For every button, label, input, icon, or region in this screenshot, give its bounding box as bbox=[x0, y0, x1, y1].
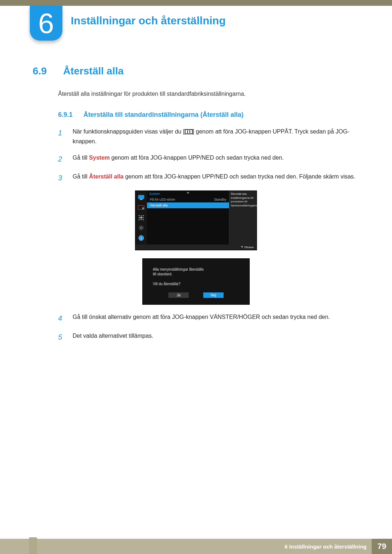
up-arrow-icon bbox=[187, 192, 189, 193]
step-2-keyword: System bbox=[89, 155, 110, 161]
osd-row-reset-all: Återställ alla bbox=[147, 202, 229, 208]
intro-text: Återställ alla inställningar för produkt… bbox=[58, 91, 359, 97]
osd-row-label: Återställ alla bbox=[150, 204, 168, 207]
step-number: 5 bbox=[58, 331, 66, 343]
resize-icon bbox=[138, 215, 144, 221]
step-3a: Gå till bbox=[73, 173, 89, 180]
dialog-line-2: till standard. bbox=[153, 272, 239, 276]
osd-footer: Tillbaka bbox=[135, 245, 257, 250]
subsection-number: 6.9.1 bbox=[58, 111, 76, 119]
subsection-title: Återställa till standardinställningarna … bbox=[83, 111, 244, 119]
osd-header-label: System bbox=[149, 192, 160, 196]
footer-label: 6 Inställningar och återställning bbox=[285, 543, 367, 550]
osd-main-panel: System På för LED-ström Standby Återstäl… bbox=[147, 191, 229, 245]
yes-button: Ja bbox=[168, 292, 189, 298]
svg-point-4 bbox=[140, 227, 142, 229]
osd-row-label: På för LED-ström bbox=[150, 198, 175, 201]
svg-text:i: i bbox=[141, 236, 142, 240]
page-number: 79 bbox=[372, 539, 392, 554]
step-2b: genom att föra JOG-knappen UPP/NED och s… bbox=[110, 155, 283, 161]
osd-filler bbox=[147, 208, 229, 245]
osd-row-led: På för LED-ström Standby bbox=[147, 197, 229, 202]
step-number: 3 bbox=[58, 172, 66, 184]
footer-tab bbox=[29, 537, 37, 554]
step-2a: Gå till bbox=[73, 155, 89, 161]
step-3b: genom att föra JOG-knappen UPP/NED och s… bbox=[124, 173, 356, 180]
step-2: 2 Gå till System genom att föra JOG-knap… bbox=[58, 153, 359, 165]
subsection-heading: 6.9.1 Återställa till standardinställnin… bbox=[58, 111, 359, 119]
chapter-badge: 6 bbox=[30, 6, 62, 41]
step-number: 4 bbox=[58, 312, 66, 324]
section-title: Återställ alla bbox=[63, 65, 124, 77]
footer-bar: 6 Inställningar och återställning bbox=[0, 539, 372, 554]
step-number: 2 bbox=[58, 153, 66, 165]
step-3: 3 Gå till Återställ alla genom att föra … bbox=[58, 172, 359, 184]
confirm-dialog: Alla menyinställningar återställs till s… bbox=[142, 258, 250, 305]
picture-icon bbox=[138, 205, 144, 210]
no-button: Nej bbox=[203, 292, 224, 298]
osd-back-label: Tillbaka bbox=[244, 246, 254, 249]
page-footer: 6 Inställningar och återställning 79 bbox=[0, 539, 392, 554]
step-text: Gå till System genom att föra JOG-knappe… bbox=[73, 153, 359, 165]
chapter-number: 6 bbox=[38, 9, 54, 37]
menu-icon bbox=[185, 129, 193, 134]
osd-header: System bbox=[147, 191, 229, 197]
dialog-question: Vill du återställa? bbox=[153, 282, 239, 286]
step-text: Gå till Återställ alla genom att föra JO… bbox=[73, 172, 359, 184]
osd-description-panel: Återställ alla inställningarna för produ… bbox=[229, 191, 257, 245]
step-3-keyword: Återställ alla bbox=[89, 173, 123, 180]
osd-screenshot: i System På för LED-ström Standby Återst… bbox=[135, 190, 257, 250]
svg-point-3 bbox=[142, 208, 144, 209]
step-number: 1 bbox=[58, 127, 66, 146]
chapter-title: Inställningar och återställning bbox=[71, 15, 226, 27]
osd-top: i System På för LED-ström Standby Återst… bbox=[135, 191, 257, 245]
osd-row-value: Standby bbox=[214, 198, 226, 201]
osd-description-text: Återställ alla inställningarna för produ… bbox=[231, 192, 259, 207]
info-icon: i bbox=[138, 235, 144, 241]
svg-rect-0 bbox=[138, 195, 144, 199]
svg-rect-1 bbox=[140, 199, 142, 200]
left-arrow-icon bbox=[241, 246, 242, 248]
step-text: Gå till önskat alternativ genom att föra… bbox=[73, 312, 359, 324]
top-color-band bbox=[0, 0, 392, 6]
step-4: 4 Gå till önskat alternativ genom att fö… bbox=[58, 312, 359, 324]
step-5: 5 Det valda alternativet tillämpas. bbox=[58, 331, 359, 343]
osd-sidebar: i bbox=[135, 191, 147, 245]
dialog-buttons: Ja Nej bbox=[153, 292, 239, 298]
monitor-icon bbox=[138, 194, 144, 200]
section-number: 6.9 bbox=[33, 65, 53, 77]
dialog-line-1: Alla menyinställningar återställs bbox=[153, 267, 239, 271]
content-area: 6.9 Återställ alla Återställ alla instäl… bbox=[33, 65, 359, 350]
step-1a: När funktionsknappsguiden visas väljer d… bbox=[73, 128, 185, 135]
step-text: Det valda alternativet tillämpas. bbox=[73, 331, 359, 343]
step-1: 1 När funktionsknappsguiden visas väljer… bbox=[58, 127, 359, 146]
step-text: När funktionsknappsguiden visas väljer d… bbox=[73, 127, 359, 146]
gear-icon bbox=[138, 225, 144, 231]
section-heading: 6.9 Återställ alla bbox=[33, 65, 359, 77]
